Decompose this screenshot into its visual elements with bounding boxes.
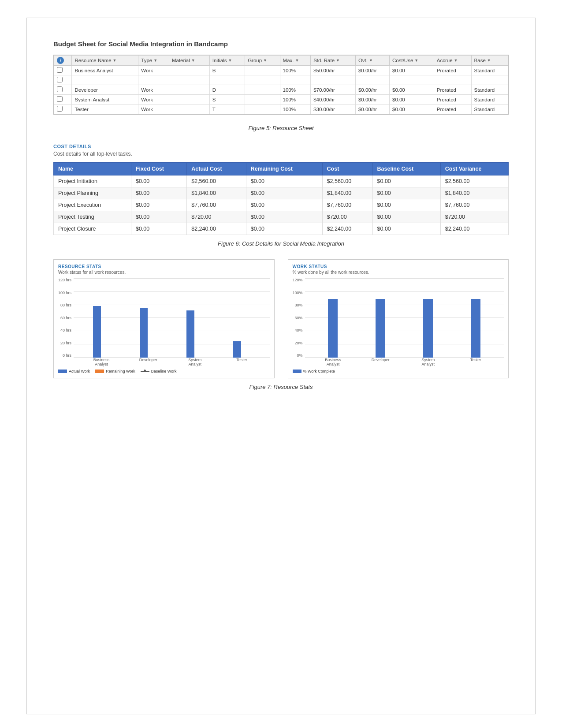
row-checkbox[interactable]: [57, 77, 63, 82]
table-row: System AnalystWorkS100%$40.00/hr$0.00/hr…: [54, 95, 508, 105]
bar-group: [140, 308, 156, 358]
costuse-header: Cost/Use▼: [389, 56, 434, 66]
pct-work-bar: [423, 299, 433, 358]
x-axis-label: Tester: [228, 358, 255, 366]
y-axis-label: 60 hrs: [58, 316, 71, 320]
material-header: Material▼: [169, 56, 209, 66]
row-checkbox[interactable]: [57, 67, 63, 73]
cost-col-header: Cost: [322, 163, 372, 175]
actual-work-bar: [93, 306, 101, 358]
resource-stats-chart: RESOURCE STATS Work status for all work …: [53, 259, 275, 378]
bar-group: [186, 310, 203, 358]
figure7-caption: Figure 7: Resource Stats: [53, 384, 509, 390]
table-row: Project Execution$0.00$7,760.00$0.00$7,7…: [54, 199, 509, 211]
arrow-icon: ▼: [113, 58, 117, 63]
row-checkbox[interactable]: [57, 106, 63, 112]
type-header: Type▼: [138, 56, 169, 66]
y-axis-label: 0%: [293, 354, 303, 358]
row-checkbox[interactable]: [57, 86, 63, 92]
legend-label: % Work Complete: [303, 369, 335, 373]
figure6-caption: Figure 6: Cost Details for Social Media …: [53, 240, 509, 247]
bar-group: [376, 299, 385, 358]
legend-label: Remaining Work: [106, 369, 135, 373]
accrue-header: Accrue▼: [434, 56, 471, 66]
bar-group: [93, 306, 110, 358]
y-axis-label: 20%: [293, 341, 303, 345]
legend-color-box: [58, 370, 67, 373]
table-row: Project Planning$0.00$1,840.00$0.00$1,84…: [54, 187, 509, 199]
y-axis-label: 0 hrs: [58, 354, 71, 358]
pct-work-bar: [471, 299, 480, 358]
table-row: Project Closure$0.00$2,240.00$0.00$2,240…: [54, 223, 509, 235]
cost-details-section: COST DETAILS Cost details for all top-le…: [53, 144, 509, 235]
page-container: Budget Sheet for Social Media Integratio…: [26, 18, 536, 714]
actual-work-bar: [140, 308, 148, 358]
max-header: Max.▼: [280, 56, 311, 66]
bar-group: [328, 299, 338, 358]
work-legend: % Work Complete: [293, 369, 504, 373]
legend-item: Remaining Work: [95, 369, 135, 373]
resource-name-header: Resource Name▼: [72, 56, 138, 66]
info-col-header: i: [54, 56, 72, 66]
table-row: Project Testing$0.00$720.00$0.00$720.00$…: [54, 211, 509, 223]
x-axis-label: System Analyst: [182, 358, 208, 366]
cost-col-header: Name: [54, 163, 131, 175]
cost-col-header: Baseline Cost: [372, 163, 440, 175]
resource-sheet-wrapper: i Resource Name▼ Type▼ Material▼ Initial…: [53, 55, 509, 115]
arrow-icon: ▼: [263, 58, 267, 63]
table-row: Project Initiation$0.00$2,560.00$0.00$2,…: [54, 175, 509, 187]
ovt-header: Ovt.▼: [355, 56, 389, 66]
y-axis-label: 40 hrs: [58, 329, 71, 332]
page-title: Budget Sheet for Social Media Integratio…: [53, 40, 509, 48]
x-axis-label: Business Analyst: [320, 358, 346, 366]
table-row: [54, 75, 508, 85]
x-axis-label: Developer: [367, 358, 394, 366]
legend-item: Actual Work: [58, 369, 90, 373]
x-axis-label: Business Analyst: [88, 358, 115, 366]
group-header: Group▼: [245, 56, 280, 66]
arrow-icon: ▼: [228, 58, 232, 63]
resource-table: i Resource Name▼ Type▼ Material▼ Initial…: [54, 55, 508, 114]
x-axis-label: Developer: [135, 358, 161, 366]
table-row: TesterWorkT100%$30.00/hr$0.00/hr$0.00Pro…: [54, 105, 508, 114]
arrow-icon: ▼: [191, 58, 195, 63]
charts-container: RESOURCE STATS Work status for all work …: [53, 259, 509, 378]
y-axis-label: 120%: [293, 278, 303, 282]
figure5-caption: Figure 5: Resource Sheet: [53, 125, 509, 131]
resource-stats-sublabel: Work status for all work resources.: [58, 270, 270, 275]
resource-legend: Actual WorkRemaining WorkBaseline Work: [58, 369, 270, 373]
bar-group: [423, 299, 433, 358]
bar-group: [471, 299, 480, 358]
work-status-sublabel: % work done by all the work resources.: [293, 270, 504, 275]
work-status-y-axis: 120%100%80%60%40%20%0%: [293, 278, 303, 366]
y-axis-label: 120 hrs: [58, 278, 71, 282]
table-row: DeveloperWorkD100%$70.00/hr$0.00/hr$0.00…: [54, 85, 508, 95]
actual-work-bar: [233, 341, 241, 358]
legend-color-box: [293, 370, 301, 373]
resource-stats-y-axis: 120 hrs100 hrs80 hrs60 hrs40 hrs20 hrs0 …: [58, 278, 71, 366]
legend-label: Actual Work: [69, 369, 90, 373]
cost-table: NameFixed CostActual CostRemaining CostC…: [53, 162, 509, 235]
arrow-icon: ▼: [153, 58, 157, 63]
work-status-label: WORK STATUS: [293, 264, 504, 269]
y-axis-label: 20 hrs: [58, 341, 71, 345]
legend-color-box: [95, 370, 104, 373]
legend-item: % Work Complete: [293, 369, 335, 373]
x-axis-label: Tester: [462, 358, 489, 366]
stdrate-header: Std. Rate▼: [311, 56, 356, 66]
cost-col-header: Fixed Cost: [131, 163, 186, 175]
arrow-icon: ▼: [336, 58, 340, 63]
base-header: Base▼: [471, 56, 508, 66]
arrow-icon: ▼: [487, 58, 491, 63]
row-checkbox[interactable]: [57, 96, 63, 102]
table-row: Business AnalystWorkB100%$50.00/hr$0.00/…: [54, 66, 508, 75]
resource-stats-label: RESOURCE STATS: [58, 264, 270, 269]
legend-label: Baseline Work: [151, 369, 177, 373]
actual-work-bar: [186, 310, 194, 358]
arrow-icon: ▼: [454, 58, 458, 63]
arrow-icon: ▼: [369, 58, 373, 63]
pct-work-bar: [328, 299, 338, 358]
y-axis-label: 80 hrs: [58, 303, 71, 307]
x-axis-label: System Analyst: [415, 358, 441, 366]
initials-header: Initials▼: [209, 56, 245, 66]
